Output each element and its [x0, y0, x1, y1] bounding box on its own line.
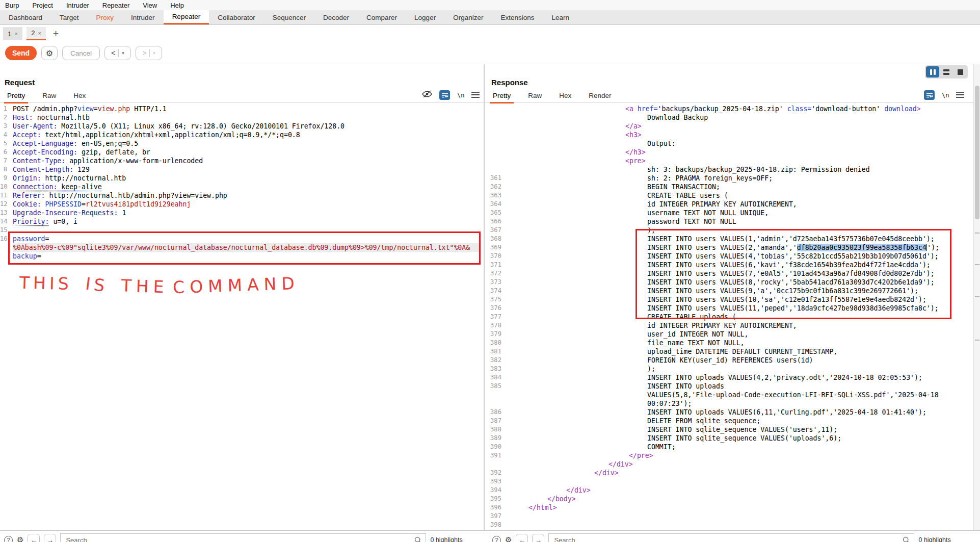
code-line[interactable]: 387DELETE FROM sqlite_sequence; — [485, 417, 972, 425]
code-line[interactable]: 00:07:23'); — [485, 399, 972, 408]
help-icon[interactable]: ? — [4, 536, 13, 542]
code-line[interactable]: 397 — [485, 512, 972, 521]
code-line[interactable]: 391</pre> — [485, 451, 972, 460]
tab-target[interactable]: Target — [51, 10, 88, 24]
tab-proxy[interactable]: Proxy — [88, 10, 123, 24]
code-line[interactable]: <h3> — [485, 131, 972, 139]
code-line[interactable]: 389INSERT INTO sqlite_sequence VALUES('u… — [485, 434, 972, 443]
columns-layout-button[interactable] — [926, 66, 939, 78]
menu-project[interactable]: Project — [32, 2, 52, 9]
code-line[interactable]: 14Priority: u=0, i — [0, 217, 483, 226]
tab-intruder[interactable]: Intruder — [122, 10, 164, 24]
menu-help[interactable]: Help — [170, 2, 184, 9]
code-line[interactable]: 7Content-Type: application/x-www-form-ur… — [0, 157, 483, 165]
editor-menu-hamburger-icon[interactable] — [471, 91, 480, 100]
code-line[interactable]: 394</div> — [485, 486, 972, 495]
code-line[interactable]: 6Accept-Encoding: gzip, deflate, br — [0, 148, 483, 157]
code-line[interactable]: 393 — [485, 477, 972, 486]
add-tab-button[interactable]: + — [50, 28, 62, 39]
rows-layout-button[interactable] — [940, 66, 953, 78]
code-line[interactable]: 8Content-Length: 129 — [0, 165, 483, 174]
next-match-button[interactable]: → — [532, 534, 544, 542]
code-line[interactable]: 361sh: 2: PRAGMA foreign_keys=OFF; — [485, 174, 972, 183]
code-line[interactable]: 392</div> — [485, 469, 972, 477]
next-match-button[interactable]: → — [44, 534, 56, 542]
tab-comparer[interactable]: Comparer — [358, 10, 406, 24]
search-settings-gear-icon[interactable]: ⚙ — [17, 535, 23, 542]
tab-repeater[interactable]: Repeater — [164, 10, 209, 24]
code-line[interactable]: </h3> — [485, 148, 972, 157]
tab-sequencer[interactable]: Sequencer — [264, 10, 314, 24]
code-line[interactable]: 378id INTEGER PRIMARY KEY AUTOINCREMENT, — [485, 321, 972, 330]
tab-collaborator[interactable]: Collaborator — [209, 10, 264, 24]
tab-decoder[interactable]: Decoder — [314, 10, 358, 24]
code-line[interactable]: 395</body> — [485, 495, 972, 503]
code-line[interactable]: 10Connection: keep-alive — [0, 183, 483, 191]
search-settings-gear-icon[interactable]: ⚙ — [505, 535, 512, 542]
code-line[interactable]: sh: 3: backups/backup_2025-04-18.zip: Pe… — [485, 165, 972, 174]
search-input[interactable] — [549, 536, 914, 542]
menu-burp[interactable]: Burp — [5, 2, 19, 9]
code-line[interactable]: </div> — [485, 460, 972, 469]
response-tab-render[interactable]: Render — [588, 92, 612, 102]
code-line[interactable]: 13Upgrade-Insecure-Requests: 1 — [0, 209, 483, 217]
code-line[interactable]: 382FOREIGN KEY(user_id) REFERENCES users… — [485, 356, 972, 365]
cancel-button[interactable]: Cancel — [62, 46, 100, 60]
tab-dashboard[interactable]: Dashboard — [0, 10, 51, 24]
back-history-button[interactable]: < ▾ — [104, 46, 131, 60]
scrollbar-thumb[interactable] — [975, 86, 979, 219]
show-newlines-icon[interactable]: \n — [457, 92, 464, 99]
code-line[interactable]: 386INSERT INTO uploads VALUES(6,11,'Curl… — [485, 408, 972, 417]
code-line[interactable]: 379user_id INTEGER NOT NULL, — [485, 330, 972, 339]
code-line[interactable]: 3User-Agent: Mozilla/5.0 (X11; Linux x86… — [0, 122, 483, 131]
show-newlines-icon[interactable]: \n — [942, 92, 949, 99]
code-line[interactable]: 366password TEXT NOT NULL — [485, 217, 972, 226]
code-line[interactable]: 9Origin: http://nocturnal.htb — [0, 174, 483, 183]
hide-nonprintable-eye-slash-icon[interactable] — [422, 90, 432, 100]
code-line[interactable]: <pre> — [485, 157, 972, 165]
code-line[interactable]: 364id INTEGER PRIMARY KEY AUTOINCREMENT, — [485, 200, 972, 209]
code-line[interactable]: 381upload_time DATETIME DEFAULT CURRENT_… — [485, 347, 972, 356]
code-line[interactable]: <a href='backups/backup_2025-04-18.zip' … — [485, 105, 972, 113]
code-line[interactable]: 4Accept: text/html,application/xhtml+xml… — [0, 131, 483, 139]
tab-organizer[interactable]: Organizer — [444, 10, 492, 24]
code-line[interactable]: 385INSERT INTO uploads — [485, 382, 972, 391]
menu-repeater[interactable]: Repeater — [102, 2, 129, 9]
code-line[interactable]: 362BEGIN TRANSACTION; — [485, 183, 972, 191]
code-line[interactable]: 11Referer: http://nocturnal.htb/admin.ph… — [0, 191, 483, 200]
tab-learn[interactable]: Learn — [543, 10, 578, 24]
response-tab-hex[interactable]: Hex — [558, 92, 572, 102]
code-line[interactable]: 383); — [485, 365, 972, 373]
close-icon[interactable]: × — [38, 30, 41, 36]
request-tab-raw[interactable]: Raw — [41, 92, 57, 102]
code-line[interactable]: 2Host: nocturnal.htb — [0, 113, 483, 122]
help-icon[interactable]: ? — [492, 536, 501, 542]
send-settings-gear-icon[interactable]: ⚙ — [41, 46, 58, 60]
single-layout-button[interactable] — [953, 66, 967, 78]
code-line[interactable]: 1POST /admin.php?view=view.php HTTP/1.1 — [0, 105, 483, 113]
word-wrap-icon[interactable] — [924, 90, 935, 100]
request-tab-hex[interactable]: Hex — [72, 92, 87, 102]
search-input[interactable] — [61, 536, 426, 542]
previous-match-button[interactable]: ← — [516, 534, 528, 542]
tab-extensions[interactable]: Extensions — [492, 10, 543, 24]
repeater-tab-1[interactable]: 1 × — [3, 27, 22, 40]
repeater-tab-2[interactable]: 2 × — [27, 27, 46, 40]
menu-intruder[interactable]: Intruder — [66, 2, 89, 9]
tab-logger[interactable]: Logger — [406, 10, 444, 24]
response-tab-raw[interactable]: Raw — [527, 92, 543, 102]
code-line[interactable]: 380file_name TEXT NOT NULL, — [485, 339, 972, 347]
code-line[interactable]: 390COMMIT; — [485, 443, 972, 451]
close-icon[interactable]: × — [14, 31, 17, 37]
code-line[interactable]: VALUES(5,8,'File-upload-Code-execution-L… — [485, 391, 972, 399]
response-tab-pretty[interactable]: Pretty — [492, 92, 512, 102]
editor-menu-hamburger-icon[interactable] — [956, 91, 964, 100]
code-line[interactable]: </a> — [485, 122, 972, 131]
panel-divider[interactable] — [484, 64, 485, 530]
chevron-down-icon[interactable]: ▾ — [122, 50, 124, 56]
send-button[interactable]: Send — [5, 46, 37, 60]
code-line[interactable]: 384INSERT INTO uploads VALUES(4,2,'priva… — [485, 373, 972, 382]
menu-view[interactable]: View — [143, 2, 157, 9]
forward-history-button[interactable]: > ▾ — [136, 46, 162, 60]
code-line[interactable]: Output: — [485, 139, 972, 148]
